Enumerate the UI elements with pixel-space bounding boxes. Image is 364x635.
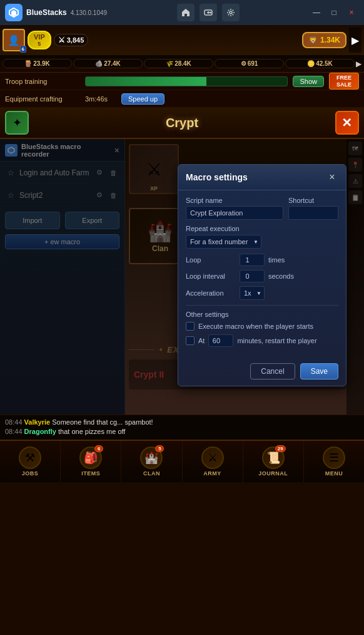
crown-value: 3,845	[67, 36, 84, 44]
resources-arrow[interactable]: ▶	[356, 59, 361, 68]
app-version: 4.130.0.1049	[71, 9, 107, 16]
clan-icon-wrap: 🏰 5	[140, 447, 163, 469]
items-label: ITEMS	[81, 470, 100, 477]
activity-bars: Troop training Show FREESALE Equipment c…	[0, 73, 364, 108]
gold-icon: 🪙	[307, 60, 315, 67]
player-avatar[interactable]: 👤 6	[3, 29, 25, 51]
macro-name-col: Script name	[186, 197, 283, 220]
acceleration-label: Acceleration	[186, 289, 236, 297]
interval-input[interactable]	[240, 270, 265, 282]
minimize-button[interactable]: —	[309, 7, 324, 18]
gem-resource[interactable]: 🦁 1.34K	[302, 32, 346, 48]
script-name-input[interactable]	[186, 206, 283, 220]
cancel-button[interactable]: Cancel	[250, 363, 295, 379]
crown-resource[interactable]: ⚔ 3,845	[54, 34, 89, 46]
script-name-label: Script name	[186, 197, 283, 204]
chat-time-1: 08:44	[5, 418, 24, 426]
macro-modal: Macro settings × Script name Shortcut R	[178, 164, 346, 386]
army-label: ARMY	[203, 470, 221, 477]
training-row: Troop training Show FREESALE	[0, 73, 364, 90]
chat-message-1: 08:44 Valkyrie Someone find that cg... s…	[5, 418, 359, 427]
training-label: Troop training	[5, 78, 80, 85]
modal-divider	[186, 305, 338, 306]
macro-modal-header: Macro settings ×	[178, 165, 346, 190]
svg-point-6	[230, 11, 232, 14]
macro-modal-close-button[interactable]: ×	[326, 171, 338, 183]
acceleration-row: Acceleration 1x 2x 4x	[186, 286, 338, 300]
crypt-header: ✦ Crypt ✕	[0, 108, 364, 139]
window-controls: — □ ×	[309, 7, 359, 18]
interval-unit: seconds	[268, 272, 294, 280]
clan-nav-icon: 🏰	[144, 451, 158, 465]
at-row: At minutes, restart the player	[186, 334, 338, 347]
items-badge: 6	[94, 445, 103, 452]
training-progress	[85, 76, 288, 86]
crypt-icon-button[interactable]: ✦	[5, 111, 29, 135]
jobs-label: JOBS	[22, 470, 39, 477]
food-value: 28.4K	[174, 60, 191, 67]
repeat-select[interactable]: For a fixed number Infinite loop	[186, 235, 261, 249]
crafting-timer: 3m:46s	[85, 95, 116, 103]
stone-value: 27.4K	[104, 60, 121, 67]
jobs-icon-wrap: ⚒	[19, 447, 41, 469]
items-icon: 🎒	[84, 451, 98, 465]
crypt-close-button[interactable]: ✕	[335, 111, 359, 135]
loop-unit: times	[268, 256, 285, 264]
sidebar-toggle[interactable]: ▶	[349, 28, 361, 53]
close-button[interactable]: ×	[344, 7, 359, 18]
wood-value: 23.9K	[33, 60, 50, 67]
at-label: At	[198, 337, 205, 344]
interval-row: Loop interval seconds	[186, 270, 338, 282]
macro-modal-footer: Cancel Save	[178, 359, 346, 386]
at-checkbox[interactable]	[186, 336, 195, 345]
nav-journal[interactable]: 📜 29 JOURNAL	[243, 441, 304, 482]
iron-resource[interactable]: ⚙ 691	[215, 59, 284, 68]
crafting-label: Equipment crafting	[5, 95, 80, 103]
vip-level: 5	[34, 41, 45, 47]
game-content: BlueStacks macro recorder × ☆ Login and …	[0, 139, 364, 415]
bottom-nav: ⚒ JOBS 🎒 6 ITEMS 🏰 5 CLAN ⚔ ARMY 📜 29 JO…	[0, 440, 364, 482]
stone-resource[interactable]: 🪨 27.4K	[73, 59, 143, 68]
free-sale-badge[interactable]: FREESALE	[329, 73, 359, 90]
at-input[interactable]	[208, 334, 233, 347]
game-icon[interactable]	[200, 4, 217, 21]
chat-message-2: 08:44 Dragonfly that one pizzes me off	[5, 427, 359, 436]
title-bar: BlueStacks 4.130.0.1049 — □ ×	[0, 0, 364, 25]
gear-icon[interactable]	[222, 4, 240, 21]
save-button[interactable]: Save	[300, 363, 338, 379]
nav-army[interactable]: ⚔ ARMY	[183, 441, 243, 482]
app-name: BlueStacks	[26, 8, 67, 17]
iron-value: 691	[248, 60, 258, 67]
other-settings-label: Other settings	[186, 311, 338, 318]
svg-point-5	[210, 12, 211, 13]
wood-resource[interactable]: 🪵 23.9K	[3, 59, 72, 68]
macro-modal-overlay: Macro settings × Script name Shortcut R	[0, 139, 364, 415]
title-bar-icons	[177, 4, 240, 21]
interval-label: Loop interval	[186, 272, 236, 280]
wood-icon: 🪵	[24, 60, 32, 67]
vip-badge[interactable]: VIP 5	[28, 31, 51, 49]
menu-icon: ☰	[329, 451, 339, 465]
speed-up-button[interactable]: Speed up	[121, 93, 164, 105]
acceleration-select-wrap: 1x 2x 4x	[240, 286, 265, 300]
player-level: 6	[20, 46, 26, 53]
nav-items[interactable]: 🎒 6 ITEMS	[61, 441, 121, 482]
nav-clan[interactable]: 🏰 5 CLAN	[121, 441, 182, 482]
chat-sender-dragonfly: Dragonfly	[24, 428, 56, 435]
maximize-button[interactable]: □	[326, 7, 341, 18]
resources-bar: 🪵 23.9K 🪨 27.4K 🌾 28.4K ⚙ 691 🪙 42.5K ▶	[0, 55, 364, 73]
food-resource[interactable]: 🌾 28.4K	[144, 59, 213, 68]
macro-name-shortcut-row: Script name Shortcut	[186, 197, 338, 220]
gold-resource[interactable]: 🪙 42.5K	[285, 59, 355, 68]
crown-icon: ⚔	[58, 36, 65, 44]
nav-jobs[interactable]: ⚒ JOBS	[0, 441, 61, 482]
loop-input[interactable]	[240, 254, 265, 266]
training-show-button[interactable]: Show	[293, 76, 324, 87]
gold-value: 42.5K	[316, 60, 333, 67]
chat-text-2: that one pizzes me off	[58, 428, 125, 435]
acceleration-select[interactable]: 1x 2x 4x	[240, 286, 265, 300]
execute-checkbox[interactable]	[186, 322, 195, 331]
shortcut-input[interactable]	[288, 206, 338, 220]
home-icon[interactable]	[177, 4, 195, 21]
nav-menu[interactable]: ☰ MENU	[304, 441, 364, 482]
